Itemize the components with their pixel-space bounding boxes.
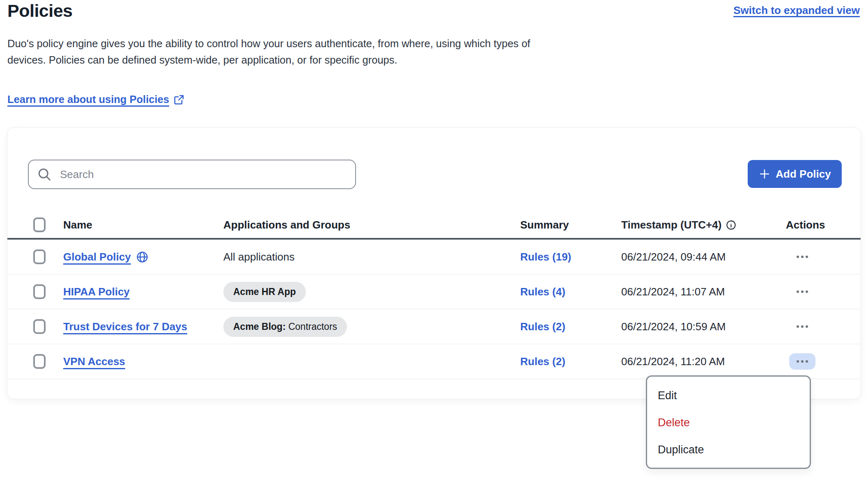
policy-table-body: Global Policy All applications Rules (19… (7, 240, 861, 379)
application-badge: Acme HR App (223, 282, 306, 302)
ellipsis-icon (797, 360, 799, 363)
ellipsis-icon (797, 290, 799, 293)
table-row: HIPAA Policy Acme HR App Rules (4) 06/21… (7, 274, 861, 309)
menu-item-duplicate[interactable]: Duplicate (647, 436, 810, 463)
policy-name-link[interactable]: Global Policy (63, 251, 131, 263)
timestamp-value: 06/21/2024, 09:44 AM (621, 251, 786, 263)
rules-link[interactable]: Rules (4) (520, 286, 565, 298)
row-checkbox[interactable] (33, 284, 46, 299)
menu-item-delete[interactable]: Delete (647, 409, 810, 436)
timestamp-value: 06/21/2024, 10:59 AM (621, 320, 786, 333)
ellipsis-icon (801, 256, 804, 258)
external-link-icon (173, 94, 185, 105)
ellipsis-icon (806, 290, 808, 293)
ellipsis-icon (806, 256, 808, 258)
header-timestamp: Timestamp (UTC+4) (621, 219, 786, 231)
info-icon[interactable] (726, 219, 737, 231)
header-actions-label: Actions (786, 219, 825, 231)
policies-table: Name Applications and Groups Summary Tim… (7, 212, 861, 379)
table-header-row: Name Applications and Groups Summary Tim… (7, 212, 861, 240)
rules-link[interactable]: Rules (19) (520, 251, 571, 263)
table-row: VPN Access Rules (2) 06/21/2024, 11:20 A… (7, 344, 861, 379)
row-actions-button[interactable] (789, 353, 815, 370)
applications-text: All applications (223, 251, 294, 263)
header-applications: Applications and Groups (223, 219, 520, 231)
ellipsis-icon (801, 325, 804, 328)
policies-card: Add Policy Name Applications and Groups … (7, 127, 861, 399)
globe-icon (136, 251, 149, 263)
learn-more-link[interactable]: Learn more about using Policies (7, 94, 185, 105)
header-name-label: Name (63, 219, 92, 231)
add-policy-label: Add Policy (776, 168, 831, 181)
row-checkbox[interactable] (33, 319, 46, 334)
page-description: Duo's policy engine gives you the abilit… (7, 35, 541, 68)
header-summary: Summary (520, 219, 621, 231)
header-summary-label: Summary (520, 219, 569, 231)
table-row: Trust Devices for 7 Days Acme Blog: Cont… (7, 309, 861, 344)
row-checkbox[interactable] (33, 249, 46, 264)
ellipsis-icon (797, 256, 799, 258)
ellipsis-icon (801, 290, 804, 293)
header-name: Name (63, 219, 223, 231)
search-input[interactable] (59, 168, 347, 181)
rules-link[interactable]: Rules (2) (520, 355, 565, 368)
timestamp-value: 06/21/2024, 11:07 AM (621, 286, 786, 298)
row-actions-menu: EditDeleteDuplicate (646, 375, 811, 469)
header-applications-label: Applications and Groups (223, 219, 350, 231)
application-badge: Acme Blog: Contractors (223, 317, 347, 337)
ellipsis-icon (806, 325, 808, 328)
add-policy-button[interactable]: Add Policy (748, 160, 842, 188)
policy-name-link[interactable]: HIPAA Policy (63, 286, 130, 298)
rules-link[interactable]: Rules (2) (520, 320, 565, 333)
policy-name-link[interactable]: Trust Devices for 7 Days (63, 320, 187, 333)
select-all-checkbox[interactable] (33, 217, 46, 232)
search-input-wrapper[interactable] (28, 160, 356, 189)
row-actions-button[interactable] (789, 249, 815, 265)
learn-more-label: Learn more about using Policies (7, 94, 169, 105)
header-timestamp-label: Timestamp (UTC+4) (621, 219, 721, 231)
row-checkbox[interactable] (33, 354, 46, 369)
table-row: Global Policy All applications Rules (19… (7, 240, 861, 274)
header-actions: Actions (786, 219, 847, 231)
timestamp-value: 06/21/2024, 11:20 AM (621, 355, 786, 368)
row-actions-button[interactable] (789, 283, 815, 300)
plus-icon (758, 168, 771, 180)
page-title: Policies (7, 1, 73, 21)
row-actions-button[interactable] (789, 318, 815, 335)
switch-to-expanded-view-link[interactable]: Switch to expanded view (733, 4, 860, 17)
menu-item-edit[interactable]: Edit (647, 382, 810, 409)
ellipsis-icon (797, 325, 799, 328)
policy-name-link[interactable]: VPN Access (63, 355, 125, 368)
search-icon (37, 167, 52, 182)
ellipsis-icon (806, 360, 808, 363)
ellipsis-icon (801, 360, 804, 363)
